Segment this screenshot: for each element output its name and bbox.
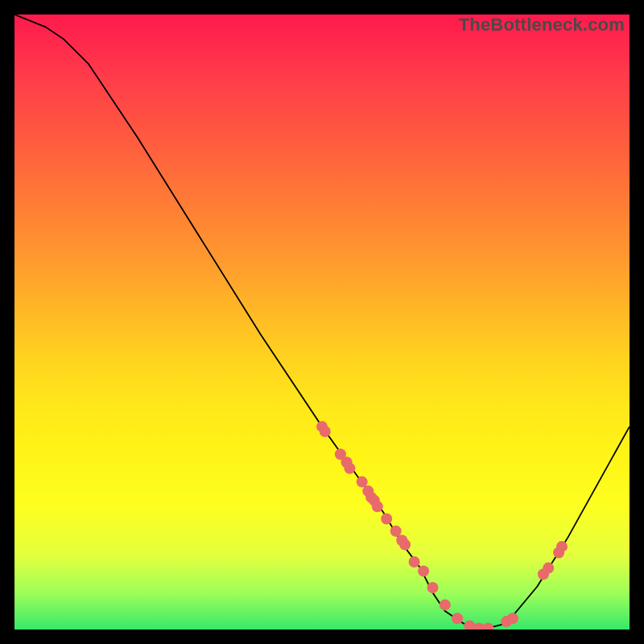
watermark-text: TheBottleneck.com — [459, 14, 625, 35]
data-point — [357, 477, 368, 488]
data-point — [344, 463, 355, 474]
data-point — [399, 539, 411, 551]
data-point — [507, 613, 518, 624]
curve-line — [14, 14, 630, 630]
data-point — [556, 541, 568, 552]
data-point — [452, 613, 463, 624]
data-point — [427, 582, 439, 593]
data-point — [381, 514, 392, 525]
scatter-dots — [316, 421, 568, 630]
data-point — [409, 556, 420, 568]
data-point — [320, 426, 331, 437]
data-point — [390, 526, 402, 537]
data-point — [372, 501, 383, 512]
data-point — [482, 623, 493, 630]
data-point — [543, 563, 554, 574]
chart-svg — [14, 14, 630, 630]
data-point — [418, 565, 429, 576]
chart-frame: TheBottleneck.com — [14, 14, 630, 630]
data-point — [440, 599, 451, 610]
